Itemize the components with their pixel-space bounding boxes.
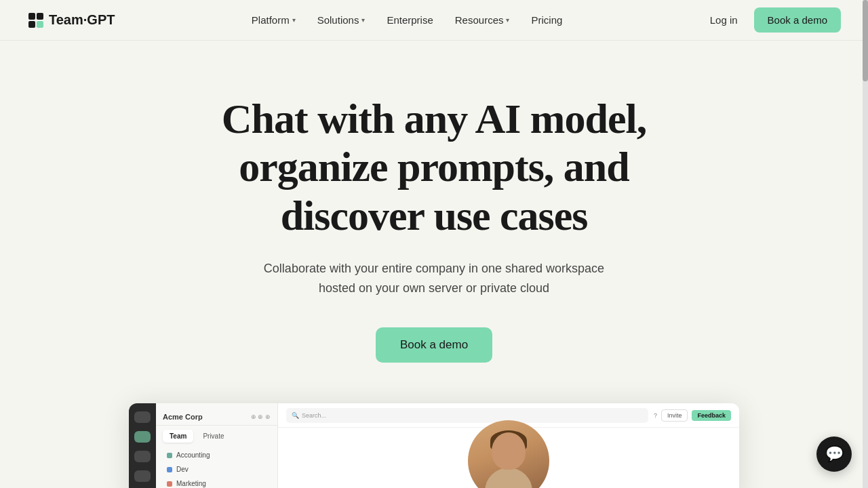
svg-rect-3: [37, 21, 43, 28]
app-topbar-right: ? Invite Feedback: [654, 409, 731, 422]
scrollbar-thumb[interactable]: [863, 0, 868, 81]
invite-button[interactable]: Invite: [661, 409, 688, 422]
tab-private[interactable]: Private: [196, 430, 231, 443]
video-person-thumbnail: [468, 420, 549, 488]
nav-item-enterprise[interactable]: Enterprise: [378, 9, 441, 31]
app-preview-inner: Acme Corp ⊕ ⊕ ⊕ Team Private Accounting …: [129, 403, 739, 488]
book-demo-button-nav[interactable]: Book a demo: [754, 7, 841, 33]
navbar-right: Log in Book a demo: [699, 7, 841, 33]
nav-item-accounting[interactable]: Accounting: [161, 448, 272, 462]
chevron-down-icon: ▾: [292, 16, 296, 24]
help-icon[interactable]: ?: [654, 412, 657, 419]
svg-rect-0: [28, 13, 35, 20]
svg-rect-2: [28, 21, 35, 28]
tab-team[interactable]: Team: [163, 430, 193, 443]
person-body: [485, 468, 532, 488]
sidebar-icon-settings[interactable]: [134, 470, 151, 482]
sidebar-icon-grid[interactable]: [134, 411, 151, 423]
app-sidebar: [129, 403, 156, 488]
app-nav-panel: Acme Corp ⊕ ⊕ ⊕ Team Private Accounting …: [156, 403, 278, 488]
nav-item-platform[interactable]: Platform ▾: [243, 9, 304, 31]
nav-items: Platform ▾ Solutions ▾ Enterprise Resour…: [243, 9, 571, 31]
hero-subtitle: Collaborate with your entire company in …: [244, 259, 624, 298]
nav-item-resources[interactable]: Resources ▾: [447, 9, 518, 31]
app-main-area: 🔍 Search... ? Invite Feedback: [278, 403, 739, 488]
nav-item-solutions[interactable]: Solutions ▾: [309, 9, 374, 31]
expand-icon[interactable]: ⊕ ⊕ ⊕: [251, 413, 271, 420]
nav-item-pricing[interactable]: Pricing: [523, 9, 570, 31]
hero-section: Chat with any AI model, organize prompts…: [0, 41, 868, 488]
chevron-down-icon: ▾: [506, 16, 509, 24]
hero-title: Chat with any AI model, organize prompts…: [170, 95, 698, 240]
search-icon: 🔍: [292, 412, 299, 419]
marketing-color-dot: [167, 481, 172, 487]
nav-item-marketing[interactable]: Marketing: [161, 476, 272, 488]
scrollbar[interactable]: [863, 0, 868, 488]
sidebar-icon-user[interactable]: [134, 451, 151, 462]
feedback-button[interactable]: Feedback: [692, 410, 731, 421]
app-nav-top: Acme Corp ⊕ ⊕ ⊕: [156, 409, 277, 426]
chat-widget-icon: 💬: [825, 445, 844, 463]
book-demo-button-hero[interactable]: Book a demo: [376, 327, 492, 363]
nav-item-dev[interactable]: Dev: [161, 462, 272, 476]
app-nav-items: Accounting Dev Marketing Projects: [156, 448, 277, 488]
logo-icon: [27, 12, 45, 29]
person-head: [492, 432, 526, 470]
accounting-color-dot: [167, 453, 172, 458]
logo[interactable]: Team·GPT: [27, 12, 115, 29]
company-name-label: Acme Corp: [163, 413, 203, 421]
app-nav-tabs: Team Private: [156, 430, 277, 443]
app-search-bar[interactable]: 🔍 Search...: [286, 408, 648, 423]
svg-rect-1: [37, 13, 43, 20]
logo-text: Team·GPT: [49, 12, 115, 28]
login-button[interactable]: Log in: [699, 9, 749, 31]
chevron-down-icon: ▾: [361, 16, 365, 24]
navbar: Team·GPT Platform ▾ Solutions ▾ Enterpri…: [0, 0, 868, 41]
chat-widget[interactable]: 💬: [816, 436, 852, 472]
sidebar-icon-chat[interactable]: [134, 431, 151, 443]
dev-color-dot: [167, 467, 172, 472]
app-screenshot-preview: Acme Corp ⊕ ⊕ ⊕ Team Private Accounting …: [129, 403, 739, 488]
